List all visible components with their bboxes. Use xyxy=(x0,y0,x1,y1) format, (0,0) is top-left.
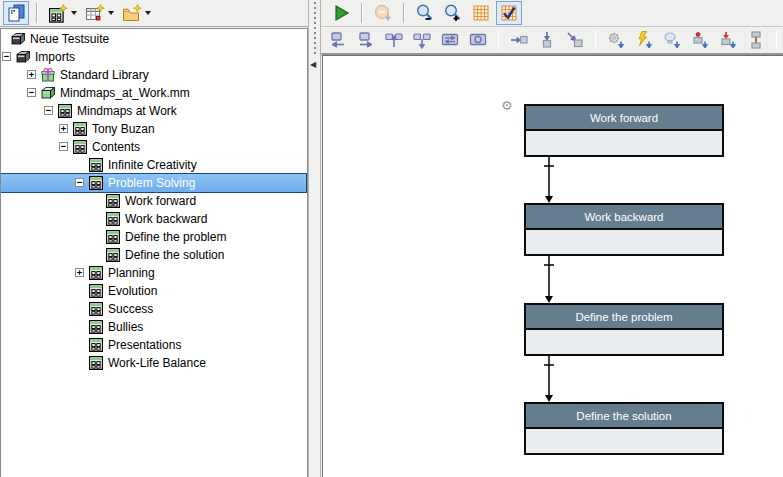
tree-item-work-forward[interactable]: Work forward xyxy=(1,192,306,210)
tree-item-label: Imports xyxy=(33,48,77,66)
insert-pin-button[interactable] xyxy=(715,28,741,52)
flow-node-work-forward[interactable]: Work forward xyxy=(524,104,724,157)
testsuite-tree: Neue Testsuite−Imports+Standard Library−… xyxy=(0,28,308,477)
new-table-block-button[interactable] xyxy=(82,1,117,25)
tree-item-planning[interactable]: +Planning xyxy=(1,264,306,282)
tree-item-problem-solving[interactable]: −Problem Solving xyxy=(1,174,306,192)
insert-block-after-button[interactable] xyxy=(353,28,379,52)
gridnode-icon xyxy=(89,176,103,190)
new-block-button[interactable] xyxy=(45,1,80,25)
tree-item-mindmaps-at-work-mm[interactable]: −Mindmaps_at_Work.mm xyxy=(1,84,306,102)
tree-item-evolution[interactable]: Evolution xyxy=(1,282,306,300)
splitter-grip-icon xyxy=(314,2,316,56)
tree-item-contents[interactable]: −Contents xyxy=(1,138,306,156)
tree-item-presentations[interactable]: Presentations xyxy=(1,336,306,354)
flow-node-title: Work backward xyxy=(526,205,722,230)
tree-item-work-life-balance[interactable]: Work-Life Balance xyxy=(1,354,306,372)
tree-item-define-the-solution[interactable]: Define the solution xyxy=(1,246,306,264)
gridnode-icon xyxy=(89,158,103,172)
expand-toggle-icon[interactable]: + xyxy=(75,268,84,277)
table-new-icon xyxy=(85,3,105,23)
move-block-up-button[interactable] xyxy=(381,28,407,52)
gridnode-icon xyxy=(89,284,103,298)
tree-item-tony-buzan[interactable]: +Tony Buzan xyxy=(1,120,306,138)
tree-item-label: Evolution xyxy=(106,282,159,300)
zoom-in-button[interactable] xyxy=(440,1,466,25)
toolbar-separator xyxy=(776,30,777,50)
dropdown-arrow-icon xyxy=(108,11,114,15)
tree-item-label: Define the problem xyxy=(123,228,228,246)
pause-button[interactable] xyxy=(370,1,396,25)
tree-item-imports[interactable]: −Imports xyxy=(1,48,306,66)
grid-snap-button[interactable] xyxy=(496,1,522,25)
tree-item-label: Mindmaps_at_Work.mm xyxy=(58,84,192,102)
swap-blocks-button[interactable] xyxy=(437,28,463,52)
expand-toggle-icon[interactable]: + xyxy=(59,124,68,133)
blk-circle-icon xyxy=(468,30,488,50)
run-button[interactable] xyxy=(328,1,354,25)
insert-hint-button[interactable] xyxy=(659,28,685,52)
link-blocks-button[interactable] xyxy=(743,28,769,52)
collapse-toggle-icon[interactable]: − xyxy=(75,178,84,187)
suitecase-icon xyxy=(16,50,30,64)
panel-splitter[interactable]: ◀ xyxy=(308,0,321,477)
flow-node-define-the-problem[interactable]: Define the problem xyxy=(524,303,724,356)
connect-top-button[interactable] xyxy=(534,28,560,52)
tree-item-neue-testsuite[interactable]: Neue Testsuite xyxy=(1,30,306,48)
flow-node-title: Work forward xyxy=(526,106,722,131)
gridnode-icon xyxy=(106,212,120,226)
tree-item-label: Mindmaps at Work xyxy=(75,102,179,120)
diagram-canvas[interactable]: ⚙ Work forwardWork backwardDefine the pr… xyxy=(322,55,783,477)
gridnode-icon xyxy=(73,140,87,154)
collapse-panel-button[interactable]: ◀ xyxy=(310,60,316,70)
insert-trigger-button[interactable] xyxy=(631,28,657,52)
move-block-down-button[interactable] xyxy=(409,28,435,52)
box-in-diag-icon xyxy=(565,30,585,50)
flow-node-define-the-solution[interactable]: Define the solution xyxy=(524,402,724,455)
zoom-out-button[interactable] xyxy=(412,1,438,25)
tree-item-define-the-problem[interactable]: Define the problem xyxy=(1,228,306,246)
gridnode-icon xyxy=(73,122,87,136)
tree-item-label: Presentations xyxy=(106,336,183,354)
tree-item-bullies[interactable]: Bullies xyxy=(1,318,306,336)
collapse-toggle-icon[interactable]: − xyxy=(44,106,53,115)
center-block-button[interactable] xyxy=(465,28,491,52)
flow-node-title: Define the problem xyxy=(526,305,722,330)
toolbar-separator xyxy=(403,3,405,23)
diagram-block-toolbar xyxy=(321,27,783,55)
toolbar-separator xyxy=(498,30,499,50)
insert-action-button[interactable] xyxy=(603,28,629,52)
tree-item-label: Work forward xyxy=(123,192,198,210)
gridnode-icon xyxy=(89,302,103,316)
flow-node-work-backward[interactable]: Work backward xyxy=(524,203,724,256)
blk-arrow-right-icon xyxy=(356,30,376,50)
tree-item-work-backward[interactable]: Work backward xyxy=(1,210,306,228)
play-icon xyxy=(331,3,351,23)
tree-item-mindmaps-at-work[interactable]: −Mindmaps at Work xyxy=(1,102,306,120)
gridnode-icon xyxy=(106,248,120,262)
connect-input-button[interactable] xyxy=(506,28,532,52)
grid-checked-icon xyxy=(499,3,519,23)
structure-toolbar xyxy=(0,0,308,27)
insert-block-before-button[interactable] xyxy=(325,28,351,52)
gridnode-icon xyxy=(89,338,103,352)
diagram-main-toolbar xyxy=(321,0,783,27)
collapse-toggle-icon[interactable]: − xyxy=(27,88,36,97)
gridnode-icon xyxy=(58,104,72,118)
connect-diagonal-button[interactable] xyxy=(562,28,588,52)
gridnode-icon xyxy=(89,356,103,370)
gridnode-icon xyxy=(89,320,103,334)
collapse-toggle-icon[interactable]: − xyxy=(2,52,11,61)
new-group-button[interactable] xyxy=(119,1,154,25)
collapse-toggle-icon[interactable]: − xyxy=(59,142,68,151)
tree-item-label: Work-Life Balance xyxy=(106,354,208,372)
tree-item-infinite-creativity[interactable]: Infinite Creativity xyxy=(1,156,306,174)
toggle-structure-panel-button[interactable] xyxy=(3,1,29,25)
expand-toggle-icon[interactable]: + xyxy=(27,70,36,79)
grid-button[interactable] xyxy=(468,1,494,25)
tree-item-label: Define the solution xyxy=(123,246,226,264)
insert-marker-button[interactable] xyxy=(687,28,713,52)
tree-item-standard-library[interactable]: +Standard Library xyxy=(1,66,306,84)
tree-item-success[interactable]: Success xyxy=(1,300,306,318)
lamp-down-icon xyxy=(662,30,682,50)
